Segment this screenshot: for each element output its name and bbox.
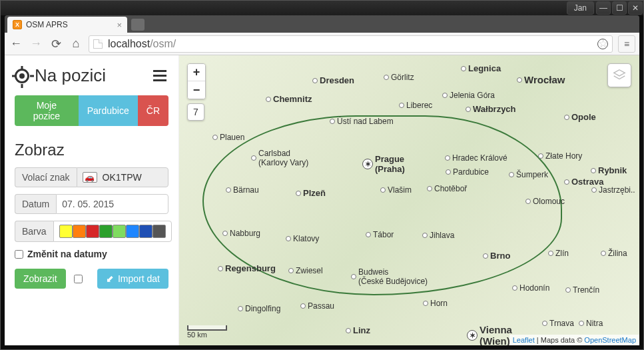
color-swatch[interactable]: [126, 225, 139, 238]
tab-close-icon[interactable]: ×: [117, 20, 122, 30]
city-label: Złate Hory: [538, 151, 582, 161]
color-swatch[interactable]: [59, 225, 73, 238]
city-dot-icon: [380, 187, 386, 193]
city-label: Tábor: [366, 230, 394, 239]
capital-star-icon: ✶: [467, 330, 478, 341]
bookmark-star-icon[interactable]: ☆: [597, 39, 608, 49]
city-dot-icon: [288, 268, 294, 273]
minimize-button[interactable]: —: [596, 1, 611, 15]
zoom-control: + − 7: [187, 63, 206, 121]
tab-title: OSM APRS: [26, 20, 68, 29]
color-row: Barva: [15, 221, 168, 242]
city-dot-icon: [312, 78, 318, 83]
import-icon: ⬋: [106, 273, 114, 284]
color-swatch[interactable]: [113, 225, 126, 238]
browser-menu-button[interactable]: ≡: [618, 35, 635, 53]
os-user-menu[interactable]: Jan: [567, 1, 594, 15]
new-tab-button[interactable]: [131, 19, 145, 31]
city-label: Chotěboř: [427, 184, 467, 193]
change-dates-checkbox[interactable]: [15, 250, 23, 259]
page-title: Na pozici: [35, 65, 106, 86]
city-dot-icon: [266, 97, 271, 102]
browser-tab[interactable]: X OSM APRS ×: [7, 17, 127, 33]
city-label: Wrocław: [517, 74, 565, 85]
color-swatch[interactable]: [73, 225, 86, 238]
reload-button[interactable]: ⟳: [49, 37, 63, 51]
zoom-in-button[interactable]: +: [188, 64, 205, 81]
color-swatch[interactable]: [153, 225, 166, 238]
change-dates-label: Změnit na datumy: [27, 249, 107, 259]
city-dot-icon: [542, 321, 547, 326]
callsign-value: OK1TPW: [103, 172, 142, 183]
color-swatch[interactable]: [86, 225, 99, 238]
city-dot-icon: [423, 301, 428, 306]
city-dot-icon: [238, 306, 243, 311]
city-dot-icon: [222, 231, 228, 236]
import-label: Import dat: [118, 273, 160, 284]
page-icon: [93, 39, 103, 49]
section-heading: Zobraz: [15, 141, 168, 159]
city-label: Pardubice: [446, 167, 489, 177]
show-button[interactable]: Zobrazit: [15, 269, 66, 289]
color-picker[interactable]: [53, 221, 172, 242]
osm-link[interactable]: OpenStreetMap: [584, 336, 636, 344]
url-path: /osm/: [150, 38, 176, 50]
change-dates-row[interactable]: Změnit na datumy: [15, 249, 168, 259]
city-label: Horn: [423, 299, 448, 308]
city-dot-icon: [565, 287, 571, 293]
city-dot-icon: [286, 236, 291, 241]
city-dot-icon: [427, 186, 432, 191]
color-swatch[interactable]: [99, 225, 113, 238]
city-label: Plzeň: [296, 188, 326, 198]
city-dot-icon: [445, 155, 450, 161]
car-icon: 🚗: [83, 172, 97, 183]
map[interactable]: DresdenGörlitzLegnicaWrocławChemnitzJele…: [179, 55, 639, 345]
import-button[interactable]: ⬋ Import dat: [97, 269, 168, 289]
callsign-input[interactable]: 🚗 OK1TPW: [77, 167, 168, 187]
city-label: Trnava: [542, 319, 574, 328]
date-input[interactable]: 07. 05. 2015: [56, 194, 168, 214]
city-label: Plauen: [212, 133, 244, 142]
city-label: Dresden: [312, 75, 354, 85]
cr-button[interactable]: ČR: [138, 95, 168, 126]
city-dot-icon: [579, 321, 584, 326]
back-button[interactable]: ←: [9, 37, 23, 51]
tabstrip: X OSM APRS ×: [5, 15, 639, 33]
leaflet-link[interactable]: Leaflet: [513, 336, 535, 344]
pardubice-button[interactable]: Pardubice: [79, 95, 138, 126]
city-dot-icon: [351, 274, 356, 279]
maximize-button[interactable]: ☐: [612, 1, 627, 15]
layers-icon: [612, 68, 627, 83]
show-extra-checkbox[interactable]: [74, 275, 83, 283]
city-label: Dingolfing: [238, 304, 280, 313]
city-dot-icon: [366, 232, 371, 237]
city-label: Olomouc: [525, 197, 565, 206]
city-dot-icon: [226, 187, 231, 193]
my-position-button[interactable]: Moje pozice: [15, 95, 79, 126]
forward-button[interactable]: →: [29, 37, 43, 51]
color-swatch[interactable]: [139, 225, 153, 238]
city-dot-icon: [212, 135, 218, 140]
url-host: localhost: [108, 38, 150, 50]
city-dot-icon: [442, 93, 448, 98]
city-label: Rybnik: [591, 165, 627, 175]
city-dot-icon: [346, 328, 351, 333]
city-label: Hradec Králové: [445, 153, 507, 163]
city-dot-icon: [591, 168, 596, 173]
zoom-level[interactable]: 7: [187, 103, 204, 121]
city-label: Brno: [483, 251, 510, 261]
city-label: Klatovy: [286, 234, 319, 243]
home-button[interactable]: ⌂: [69, 37, 83, 51]
close-window-button[interactable]: ✕: [628, 1, 643, 15]
capital-star-icon: ✶: [362, 159, 373, 169]
city-label: Hodonín: [512, 283, 549, 293]
layers-button[interactable]: [607, 63, 631, 87]
city-label: Passau: [300, 301, 334, 311]
city-label: Ústí nad Labem: [330, 117, 394, 126]
address-bar[interactable]: localhost/osm/ ☆: [89, 35, 613, 53]
sidebar-menu-button[interactable]: [151, 68, 168, 83]
city-dot-icon: [251, 155, 256, 161]
zoom-out-button[interactable]: −: [188, 81, 205, 99]
city-label: Bärnau: [226, 185, 259, 195]
city-dot-icon: [300, 303, 306, 309]
